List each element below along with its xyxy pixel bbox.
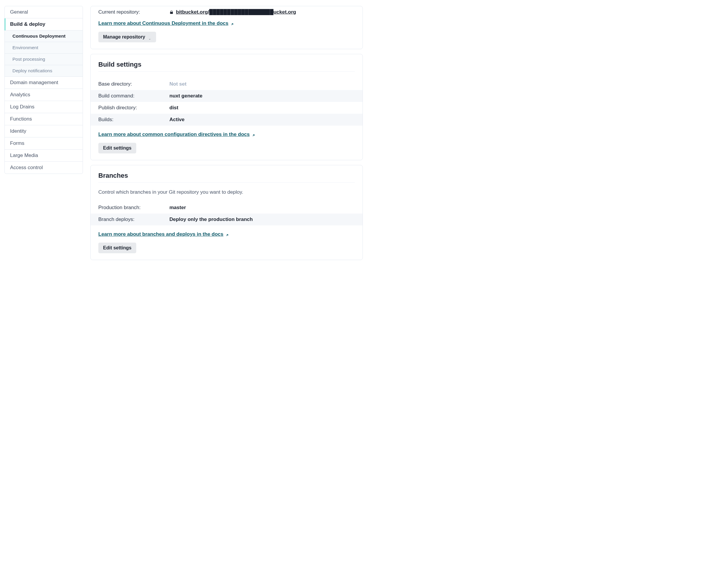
sidebar-item-forms[interactable]: Forms: [5, 137, 83, 150]
build-settings-card: Build settings Base directory: Not set B…: [90, 54, 363, 160]
production-branch-value: master: [169, 205, 186, 211]
base-directory-label: Base directory:: [98, 81, 169, 87]
branch-row-production: Production branch: master: [91, 202, 363, 214]
builds-label: Builds:: [98, 117, 169, 123]
settings-sidebar: General Build & deploy Continuous Deploy…: [4, 6, 83, 174]
publish-directory-label: Publish directory:: [98, 105, 169, 111]
sidebar-sub-build-deploy: Continuous Deployment Environment Post p…: [5, 31, 83, 77]
sidebar-item-build-deploy[interactable]: Build & deploy: [5, 18, 83, 31]
edit-build-settings-button[interactable]: Edit settings: [98, 143, 136, 153]
branches-table: Production branch: master Branch deploys…: [91, 202, 363, 225]
external-link-icon: [230, 22, 234, 25]
branches-description: Control which branches in your Git repos…: [98, 189, 355, 195]
publish-directory-value: dist: [169, 105, 178, 111]
build-settings-heading: Build settings: [98, 61, 355, 72]
sidebar-item-functions[interactable]: Functions: [5, 113, 83, 125]
sidebar-sub-environment[interactable]: Environment: [5, 42, 83, 54]
sidebar-sub-continuous-deployment[interactable]: Continuous Deployment: [5, 31, 83, 42]
branches-heading: Branches: [98, 172, 355, 183]
manage-repository-label: Manage repository: [103, 34, 145, 40]
sidebar-item-identity[interactable]: Identity: [5, 125, 83, 137]
sidebar-sub-deploy-notifications[interactable]: Deploy notifications: [5, 65, 83, 77]
branch-row-deploys: Branch deploys: Deploy only the producti…: [91, 214, 363, 225]
build-command-label: Build command:: [98, 93, 169, 99]
branch-deploys-value: Deploy only the production branch: [169, 217, 253, 222]
sidebar-item-domain-management[interactable]: Domain management: [5, 77, 83, 89]
external-link-icon: [225, 233, 229, 236]
sidebar-item-access-control[interactable]: Access control: [5, 162, 83, 174]
learn-more-branches-link[interactable]: Learn more about branches and deploys in…: [98, 231, 229, 237]
sidebar-item-large-media[interactable]: Large Media: [5, 150, 83, 162]
production-branch-label: Production branch:: [98, 205, 169, 211]
current-repository-label: Current repository:: [98, 9, 169, 15]
edit-branches-settings-button[interactable]: Edit settings: [98, 243, 136, 253]
repository-link[interactable]: bitbucket.org/██████████████████ucket.or…: [176, 9, 296, 15]
builds-value: Active: [169, 117, 185, 123]
base-directory-value: Not set: [169, 81, 187, 87]
sidebar-item-general[interactable]: General: [5, 6, 83, 18]
sidebar-sub-post-processing[interactable]: Post processing: [5, 54, 83, 65]
repository-card: Current repository: bitbucket.org/██████…: [90, 6, 363, 49]
edit-branches-settings-label: Edit settings: [103, 245, 132, 251]
learn-more-cd-link[interactable]: Learn more about Continuous Deployment i…: [98, 20, 234, 26]
build-command-value: nuxt generate: [169, 93, 202, 99]
branches-card: Branches Control which branches in your …: [90, 165, 363, 260]
build-row-builds: Builds: Active: [91, 114, 363, 126]
build-settings-table: Base directory: Not set Build command: n…: [91, 78, 363, 126]
learn-more-config-text: Learn more about common configuration di…: [98, 132, 250, 137]
build-row-build-command: Build command: nuxt generate: [91, 90, 363, 102]
learn-more-config-link[interactable]: Learn more about common configuration di…: [98, 132, 255, 137]
learn-more-branches-text: Learn more about branches and deploys in…: [98, 231, 223, 237]
branch-deploys-label: Branch deploys:: [98, 217, 169, 222]
learn-more-cd-text: Learn more about Continuous Deployment i…: [98, 20, 228, 26]
build-row-base-directory: Base directory: Not set: [91, 78, 363, 90]
lock-icon: [169, 10, 174, 15]
external-link-icon: [252, 133, 255, 136]
sidebar-item-log-drains[interactable]: Log Drains: [5, 101, 83, 113]
build-row-publish-directory: Publish directory: dist: [91, 102, 363, 114]
edit-build-settings-label: Edit settings: [103, 145, 132, 151]
chevron-down-icon: [148, 36, 151, 38]
sidebar-item-analytics[interactable]: Analytics: [5, 89, 83, 101]
manage-repository-button[interactable]: Manage repository: [98, 32, 156, 42]
